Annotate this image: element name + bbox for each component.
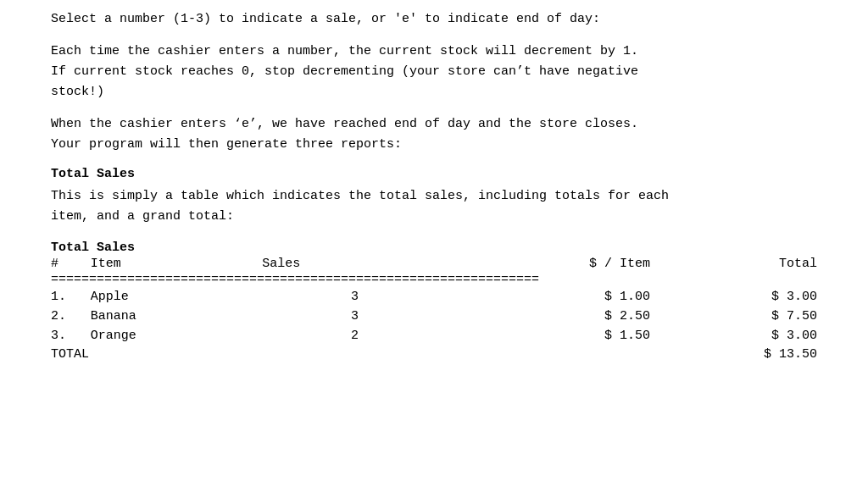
header-sales: Sales <box>262 257 447 273</box>
grand-total-empty-sales <box>262 346 447 363</box>
table-row: 3. Orange 2 $ 1.50 $ 3.00 <box>51 326 817 346</box>
row3-item: Orange <box>91 326 263 346</box>
row1-num: 1. <box>51 287 91 307</box>
table-grand-total-row: TOTAL $ 13.50 <box>51 346 817 363</box>
header-total: Total <box>659 257 817 273</box>
row3-total: $ 3.00 <box>659 326 817 346</box>
end-of-day-line2: Your program will then generate three re… <box>51 135 817 155</box>
intro-line1: Select a number (1-3) to indicate a sale… <box>51 10 817 30</box>
total-sales-desc-line2: item, and a grand total: <box>51 207 817 227</box>
row1-item: Apple <box>91 287 263 307</box>
table-row: 1. Apple 3 $ 1.00 $ 3.00 <box>51 287 817 307</box>
table-row: 2. Banana 3 $ 2.50 $ 7.50 <box>51 307 817 326</box>
table-header-row: # Item Sales $ / Item Total <box>51 257 817 273</box>
cashier-info-line3: stock!) <box>51 82 817 102</box>
row1-price: $ 1.00 <box>448 287 659 307</box>
grand-total-value: $ 13.50 <box>659 346 817 363</box>
row2-sales: 3 <box>262 307 447 326</box>
table-separator: ========================================… <box>51 273 817 287</box>
header-num: # <box>51 257 91 273</box>
total-sales-desc-line1: This is simply a table which indicates t… <box>51 186 817 207</box>
row3-sales: 2 <box>262 326 447 346</box>
cashier-info-line2: If current stock reaches 0, stop decreme… <box>51 62 817 82</box>
table-label: Total Sales <box>51 240 817 255</box>
end-of-day-block: When the cashier enters ‘e’, we have rea… <box>51 114 817 155</box>
grand-total-label: TOTAL <box>51 346 262 363</box>
end-of-day-line1: When the cashier enters ‘e’, we have rea… <box>51 114 817 135</box>
header-price: $ / Item <box>448 257 659 273</box>
row3-num: 3. <box>51 326 91 346</box>
row3-price: $ 1.50 <box>448 326 659 346</box>
row1-total: $ 3.00 <box>659 287 817 307</box>
total-sales-title: Total Sales <box>51 167 817 181</box>
row2-price: $ 2.50 <box>448 307 659 326</box>
row2-num: 2. <box>51 307 91 326</box>
row2-item: Banana <box>91 307 263 326</box>
header-item: Item <box>91 257 263 273</box>
grand-total-empty-price <box>448 346 659 363</box>
separator-line: ========================================… <box>51 273 817 287</box>
cashier-info-line1: Each time the cashier enters a number, t… <box>51 41 817 62</box>
row1-sales: 3 <box>262 287 447 307</box>
row2-total: $ 7.50 <box>659 307 817 326</box>
sales-table: # Item Sales $ / Item Total ============… <box>51 257 817 363</box>
total-sales-description: This is simply a table which indicates t… <box>51 186 817 227</box>
cashier-info-block: Each time the cashier enters a number, t… <box>51 41 817 102</box>
